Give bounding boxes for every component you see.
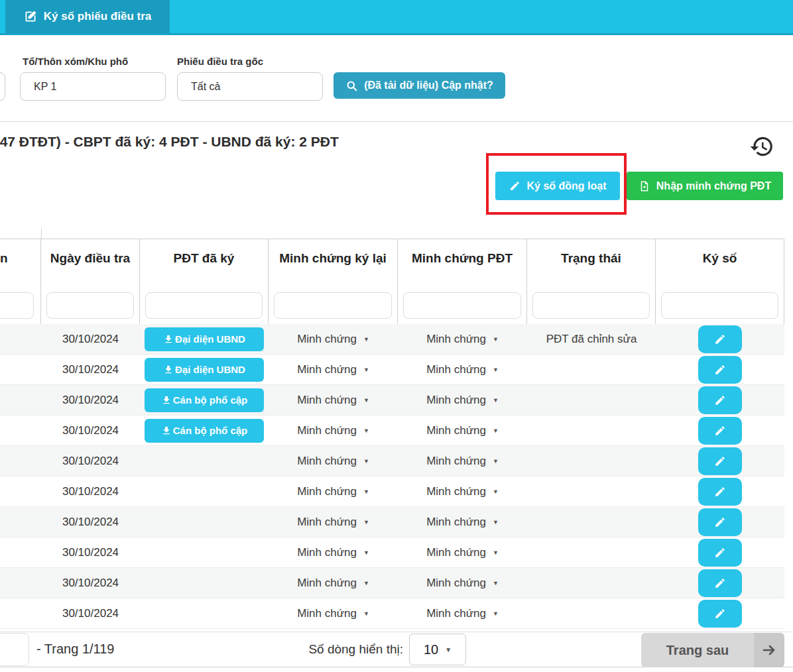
- table-row: 30/10/2024Cán bộ phổ cậpMinh chứng▼Minh …: [0, 385, 784, 416]
- sign-edit-button[interactable]: [698, 447, 742, 475]
- top-navigation-bar: Ký số phiếu điều tra: [0, 0, 793, 35]
- signed-pdt-download-button[interactable]: Cán bộ phổ cập: [145, 419, 264, 443]
- sign-edit-button[interactable]: [698, 417, 742, 445]
- sign-edit-button[interactable]: [698, 569, 742, 597]
- chevron-down-icon: ▼: [363, 458, 369, 465]
- table-body: 30/10/2024Đại diện UBNDMinh chứng▼Minh c…: [0, 324, 784, 629]
- chevron-down-icon: ▼: [445, 646, 452, 653]
- minh-chung-pdt-dropdown[interactable]: Minh chứng▼: [426, 607, 499, 620]
- signed-pdt-download-button[interactable]: Đại diện UBND: [145, 327, 264, 351]
- sign-edit-button[interactable]: [698, 386, 742, 414]
- minh-chung-pdt-dropdown[interactable]: Minh chứng▼: [426, 394, 499, 407]
- pencil-icon: [509, 180, 520, 192]
- minh-chung-ky-lai-dropdown[interactable]: Minh chứng▼: [297, 424, 369, 437]
- minh-chung-ky-lai-dropdown[interactable]: Minh chứng▼: [297, 363, 369, 376]
- column-header: Ngày điều tra: [41, 239, 140, 286]
- phieu-goc-input[interactable]: [177, 72, 323, 101]
- minh-chung-ky-lai-dropdown[interactable]: Minh chứng▼: [297, 394, 369, 407]
- column-filter-input[interactable]: [46, 292, 134, 319]
- minh-chung-ky-lai-dropdown[interactable]: Minh chứng▼: [297, 455, 369, 468]
- chevron-down-icon: ▼: [493, 610, 499, 617]
- column-filter-input[interactable]: [403, 292, 521, 319]
- bulk-sign-button[interactable]: Ký số đồng loạt: [495, 172, 620, 200]
- column-filter-input[interactable]: [661, 292, 778, 319]
- chevron-down-icon: ▼: [363, 397, 369, 404]
- sign-edit-button[interactable]: [698, 539, 742, 567]
- table-row: 30/10/2024Cán bộ phổ cậpMinh chứng▼Minh …: [0, 416, 784, 446]
- chevron-down-icon: ▼: [493, 427, 499, 434]
- section-divider: [0, 121, 793, 122]
- table-row: 30/10/2024Đại diện UBNDMinh chứng▼Minh c…: [0, 324, 784, 355]
- column-filter-cell: [41, 286, 140, 324]
- column-filter-input[interactable]: [0, 292, 34, 319]
- cutoff-page-input[interactable]: [0, 633, 29, 666]
- download-icon: [161, 425, 172, 436]
- pagination-footer: - Trang 1/119 Số dòng hiển thị: 10 ▼ Tra…: [0, 632, 793, 667]
- to-thon-input[interactable]: [20, 72, 166, 101]
- pencil-icon: [714, 608, 726, 620]
- survey-table: nNgày điều traPĐT đã kýMinh chứng ký lại…: [0, 239, 784, 629]
- chevron-down-icon: ▼: [363, 427, 369, 434]
- pencil-icon: [714, 486, 726, 498]
- sign-edit-button[interactable]: [698, 325, 742, 353]
- download-icon: [163, 364, 174, 375]
- table-row: 30/10/2024Đại diện UBNDMinh chứng▼Minh c…: [0, 355, 784, 385]
- chevron-down-icon: ▼: [493, 458, 499, 465]
- pencil-icon: [714, 516, 726, 528]
- column-filter-cell: [398, 286, 527, 324]
- history-button[interactable]: [747, 131, 777, 162]
- signed-pdt-download-button[interactable]: Đại diện UBND: [145, 358, 264, 382]
- minh-chung-ky-lai-dropdown[interactable]: Minh chứng▼: [297, 546, 369, 559]
- table-row: 30/10/2024Minh chứng▼Minh chứng▼: [0, 476, 784, 507]
- sign-edit-button[interactable]: [698, 478, 742, 506]
- next-page-button[interactable]: Trang sau: [641, 633, 784, 667]
- chevron-down-icon: ▼: [363, 488, 369, 495]
- search-update-button[interactable]: (Đã tải dữ liệu) Cập nhật?: [334, 72, 505, 99]
- minh-chung-pdt-dropdown[interactable]: Minh chứng▼: [426, 424, 499, 437]
- pencil-icon: [714, 333, 726, 345]
- chevron-down-icon: ▼: [363, 519, 369, 526]
- column-filter-input[interactable]: [274, 292, 392, 319]
- tab-ky-so-phieu-dieu-tra[interactable]: Ký số phiếu điều tra: [5, 0, 170, 33]
- chevron-down-icon: ▼: [493, 397, 499, 404]
- survey-date: 30/10/2024: [62, 577, 119, 590]
- import-evidence-button[interactable]: Nhập minh chứng PĐT: [627, 172, 783, 200]
- minh-chung-pdt-dropdown[interactable]: Minh chứng▼: [426, 546, 499, 559]
- survey-date: 30/10/2024: [62, 546, 119, 559]
- table-row: 30/10/2024Minh chứng▼Minh chứng▼: [0, 537, 784, 568]
- survey-date: 30/10/2024: [62, 333, 119, 346]
- chevron-down-icon: ▼: [493, 336, 499, 343]
- sign-edit-button[interactable]: [698, 508, 742, 536]
- column-filter-cell: [527, 286, 656, 324]
- minh-chung-pdt-dropdown[interactable]: Minh chứng▼: [426, 516, 499, 529]
- summary-title: 047 ĐTĐT) - CBPT đã ký: 4 PĐT - UBND đã …: [0, 134, 339, 150]
- pencil-icon: [714, 425, 726, 437]
- chevron-down-icon: ▼: [493, 488, 499, 495]
- sign-edit-button[interactable]: [698, 356, 742, 384]
- cutoff-filter-input[interactable]: [0, 72, 5, 101]
- minh-chung-pdt-dropdown[interactable]: Minh chứng▼: [426, 363, 499, 376]
- column-filter-input[interactable]: [145, 292, 263, 319]
- rows-per-page-select[interactable]: 10 ▼: [409, 634, 466, 665]
- status-text: PĐT đã chỉnh sửa: [546, 333, 637, 346]
- minh-chung-ky-lai-dropdown[interactable]: Minh chứng▼: [297, 607, 369, 620]
- minh-chung-pdt-dropdown[interactable]: Minh chứng▼: [426, 333, 499, 346]
- minh-chung-pdt-dropdown[interactable]: Minh chứng▼: [426, 485, 499, 498]
- column-filter-cell: [269, 286, 398, 324]
- minh-chung-ky-lai-dropdown[interactable]: Minh chứng▼: [297, 333, 369, 346]
- pencil-icon: [714, 577, 726, 589]
- minh-chung-pdt-dropdown[interactable]: Minh chứng▼: [426, 455, 499, 468]
- sign-edit-button[interactable]: [698, 600, 742, 628]
- chevron-down-icon: ▼: [493, 549, 499, 556]
- column-filter-cell: [656, 286, 784, 324]
- chevron-down-icon: ▼: [363, 366, 369, 373]
- minh-chung-ky-lai-dropdown[interactable]: Minh chứng▼: [297, 516, 369, 529]
- survey-date: 30/10/2024: [62, 455, 119, 468]
- rows-per-page-label: Số dòng hiển thị:: [308, 642, 403, 657]
- minh-chung-ky-lai-dropdown[interactable]: Minh chứng▼: [297, 577, 369, 590]
- minh-chung-ky-lai-dropdown[interactable]: Minh chứng▼: [297, 485, 369, 498]
- column-header: n: [0, 239, 41, 286]
- signed-pdt-download-button[interactable]: Cán bộ phổ cập: [145, 388, 264, 412]
- minh-chung-pdt-dropdown[interactable]: Minh chứng▼: [426, 577, 499, 590]
- column-filter-input[interactable]: [532, 292, 650, 319]
